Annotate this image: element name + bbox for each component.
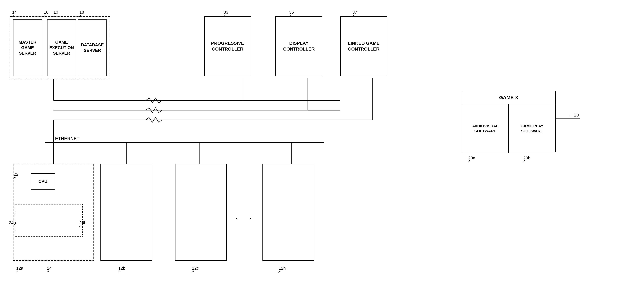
primary-secondary-group: [14, 204, 83, 236]
display-controller: DISPLAYCONTROLLER: [276, 16, 322, 76]
gaming-machine-c: [175, 164, 227, 261]
cpu-box: CPU: [31, 173, 55, 190]
master-game-server: MASTERGAMESERVER: [13, 20, 42, 76]
diagram: 10 ↙ 14 ↙ 16 ↙ 18 ↙ MASTERGAMESERVER GAM…: [0, 0, 644, 308]
database-server: DATABASESERVER: [78, 20, 107, 76]
ethernet-label: ETHERNET: [55, 136, 80, 141]
gaming-machine-n: [262, 164, 314, 261]
ref-20: ← 20: [569, 112, 579, 118]
game-x-box: GAME X AVDIOVISUALSOFTWARE GAME PLAYSOFT…: [462, 91, 556, 152]
progressive-controller: PROGRESSIVECONTROLLER: [204, 16, 251, 76]
linked-game-controller: LINKED GAMECONTROLLER: [340, 16, 387, 76]
gaming-machine-b: [100, 164, 152, 261]
game-execution-server: GAMEEXECUTIONSERVER: [47, 20, 76, 76]
